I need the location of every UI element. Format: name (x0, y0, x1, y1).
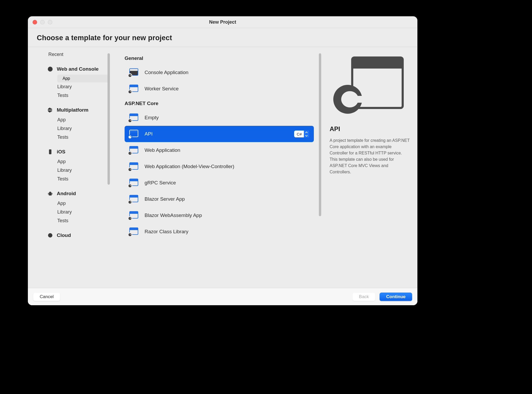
sidebar-category-label: Cloud (57, 232, 71, 238)
sidebar-item-library[interactable]: Library (57, 124, 108, 133)
dialog-footer: Cancel Back Continue (28, 288, 417, 305)
template-web-application[interactable]: Web Application (125, 142, 314, 158)
template-web-application-mvc[interactable]: Web Application (Model-View-Controller) (125, 158, 314, 175)
template-label: Blazor WebAssembly App (145, 212, 202, 218)
template-blazor-server-app[interactable]: Blazor Server App (125, 191, 314, 207)
phone-icon (47, 149, 53, 155)
template-api[interactable]: API C# (125, 126, 314, 142)
template-grpc-service[interactable]: gRPC Service (125, 175, 314, 191)
svg-point-7 (49, 235, 51, 236)
template-icon (128, 162, 138, 171)
zoom-window-icon[interactable] (48, 20, 52, 24)
template-detail-description: A project template for creating an ASP.N… (330, 137, 411, 175)
language-picker[interactable]: C# (294, 131, 309, 137)
template-label: Console Application (145, 70, 188, 75)
svg-rect-3 (49, 149, 51, 154)
sidebar-category-label: iOS (57, 149, 65, 155)
template-hero-icon (333, 54, 407, 115)
sidebar-item-library[interactable]: Library (57, 208, 108, 216)
template-icon (128, 130, 138, 138)
sidebar-item-tests[interactable]: Tests (57, 175, 108, 183)
template-list: General Console Application Worker Servi… (111, 47, 323, 288)
template-blazor-wasm-app[interactable]: Blazor WebAssembly App (125, 207, 314, 224)
template-icon (128, 68, 138, 77)
language-value: C# (297, 132, 302, 136)
template-label: Empty (145, 115, 159, 121)
template-label: gRPC Service (145, 180, 176, 186)
sidebar-item-tests[interactable]: Tests (57, 133, 108, 142)
template-label: Razor Class Library (145, 229, 188, 235)
sidebar-item-app[interactable]: App (57, 116, 108, 124)
new-project-dialog: New Project Choose a template for your n… (28, 16, 417, 305)
template-worker-service[interactable]: Worker Service (125, 81, 314, 97)
sidebar-category-label: Multiplatform (57, 107, 88, 113)
sidebar-item-library[interactable]: Library (57, 166, 108, 175)
template-label: Blazor Server App (145, 196, 185, 202)
sidebar-category-web-and-console[interactable]: Web and Console (37, 65, 108, 75)
sidebar-item-app[interactable]: App (57, 199, 108, 208)
template-icon (128, 146, 138, 154)
template-detail: API A project template for creating an A… (323, 47, 417, 288)
category-sidebar: Recent Web and Console App Library Tests (28, 47, 111, 288)
sidebar-category-cloud[interactable]: Cloud (37, 231, 108, 241)
template-label: API (145, 131, 153, 137)
sidebar-category-label: Web and Console (57, 66, 99, 72)
sidebar-item-app[interactable]: App (57, 157, 108, 166)
page-title: Choose a template for your new project (37, 34, 408, 42)
sidebar-item-recent[interactable]: Recent (28, 52, 111, 57)
template-label: Worker Service (145, 86, 179, 92)
svg-rect-5 (52, 193, 52, 194)
minimize-window-icon[interactable] (40, 20, 45, 24)
stepper-icon (304, 131, 309, 137)
svg-rect-4 (48, 193, 49, 194)
sidebar-item-tests[interactable]: Tests (57, 216, 108, 225)
template-label: Web Application (Model-View-Controller) (145, 164, 234, 169)
sidebar-scrollbar[interactable] (108, 53, 110, 185)
continue-button[interactable]: Continue (380, 293, 412, 301)
template-icon (128, 113, 138, 122)
sidebar-category-multiplatform[interactable]: Multiplatform (37, 106, 108, 116)
android-icon (47, 191, 53, 196)
sidebar-category-android[interactable]: Android (37, 189, 108, 199)
template-list-scrollbar[interactable] (319, 53, 321, 216)
template-console-application[interactable]: Console Application (125, 64, 314, 81)
svg-point-1 (49, 68, 51, 70)
close-window-icon[interactable] (33, 20, 37, 24)
template-empty[interactable]: Empty (125, 110, 314, 126)
template-icon (128, 211, 138, 220)
cloud-icon (47, 232, 53, 238)
cancel-button[interactable]: Cancel (33, 293, 60, 301)
window-title: New Project (28, 19, 417, 25)
template-group-aspnet-core: ASP.NET Core (125, 101, 314, 106)
back-button[interactable]: Back (352, 293, 376, 301)
template-icon (128, 227, 138, 236)
template-razor-class-library[interactable]: Razor Class Library (125, 224, 314, 240)
multiplatform-icon (47, 107, 53, 113)
sidebar-item-tests[interactable]: Tests (57, 91, 108, 100)
template-icon (128, 85, 138, 93)
template-label: Web Application (145, 147, 180, 153)
template-icon (128, 179, 138, 187)
titlebar[interactable]: New Project (28, 16, 417, 28)
template-icon (128, 195, 138, 203)
sidebar-item-app[interactable]: App (57, 75, 108, 82)
dotnet-icon (47, 66, 53, 72)
sidebar-category-label: Android (57, 191, 76, 196)
sidebar-item-library[interactable]: Library (57, 82, 108, 91)
page-header: Choose a template for your new project (28, 28, 417, 47)
template-detail-title: API (330, 125, 411, 133)
template-group-general: General (125, 55, 314, 61)
sidebar-category-ios[interactable]: iOS (37, 147, 108, 157)
